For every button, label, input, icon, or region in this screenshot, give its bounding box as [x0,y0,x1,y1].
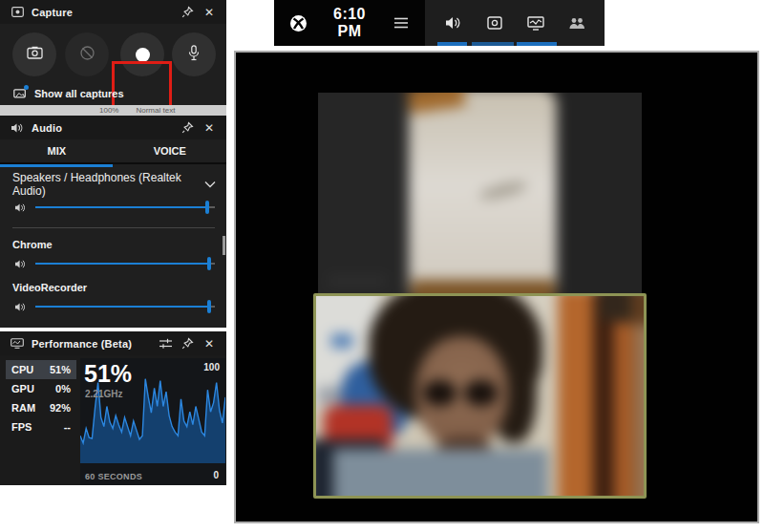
cpu-big-value: 51% [84,360,132,388]
capture-panel-header: Capture ✕ [0,0,226,24]
xbox-logo-icon[interactable] [286,11,310,35]
channel-label-chrome: Chrome [12,239,53,250]
panel-title: Performance (Beta) [32,338,132,350]
metric-value: 51% [50,364,71,375]
capture-icon[interactable] [482,11,507,35]
metric-value: -- [64,421,71,433]
close-icon[interactable]: ✕ [202,336,217,351]
chrome-volume-row [12,256,215,271]
show-all-captures-link[interactable]: Show all captures [12,86,124,101]
close-icon[interactable]: ✕ [202,120,217,136]
scrollbar-thumb[interactable] [223,236,225,255]
tab-voice[interactable]: VOICE [114,139,227,162]
tab-mix[interactable]: MIX [0,139,114,162]
screen-share-blur [318,93,642,296]
performance-metrics-list: CPU 51% GPU 0% RAM 92% FPS -- [6,360,76,436]
panel-title: Capture [32,7,73,18]
volume-icon [12,256,28,271]
chevron-down-icon [202,177,217,192]
background-app-toolbar-strip: 100% Normal text [0,105,226,116]
settings-sliders-icon[interactable] [158,336,173,351]
slider-handle[interactable] [205,201,209,214]
clock-time: 6:10 PM [324,6,375,40]
metric-value: 0% [55,383,71,394]
captures-gallery-icon [12,86,28,101]
pin-icon[interactable] [180,5,195,20]
background-style-value: Normal text [136,106,175,115]
metric-label: FPS [11,421,32,433]
people-icon[interactable] [564,11,589,35]
cpu-clock-speed: 2.21GHz [85,389,122,399]
top-bar-widget-buttons [425,0,605,46]
pin-icon[interactable] [180,336,195,351]
cpu-chart: 51% 2.21GHz 100 0 60 SECONDS [80,358,225,485]
videorecorder-volume-slider[interactable] [35,300,215,313]
active-tab-indicator [0,164,113,167]
camera-icon [27,46,43,63]
slider-handle[interactable] [207,300,211,313]
slashed-circle-icon [79,45,96,65]
performance-widget-icon [10,336,25,351]
audio-widget-icon [10,120,25,136]
volume-icon [12,299,28,314]
metric-value: 92% [50,402,71,414]
video-window [234,51,759,523]
record-last-30s-button [65,32,109,76]
chart-y-min: 0 [213,470,219,480]
widget-menu-icon[interactable] [389,11,414,35]
master-volume-slider[interactable] [35,201,215,214]
capture-widget-active-indicator [472,42,514,46]
record-dot-icon [136,48,150,62]
performance-icon[interactable] [523,11,548,35]
capture-widget-icon [10,5,25,20]
screenshot-button[interactable] [12,32,56,76]
webcam-frame [313,293,647,499]
master-volume-row [12,200,215,215]
performance-widget-active-indicator [517,42,557,46]
performance-panel-header: Performance (Beta) ✕ [0,331,226,355]
capture-buttons-row [0,32,226,76]
chart-y-max: 100 [203,362,220,372]
notification-dot [24,85,29,90]
show-all-captures-label: Show all captures [34,88,124,99]
game-bar-overlay: 6:10 PM Cap [0,0,764,532]
capture-panel: Capture ✕ [0,0,226,105]
metric-row-ram[interactable]: RAM 92% [6,398,76,417]
volume-icon [12,200,28,215]
audio-device-name: Speakers / Headphones (Realtek Audio) [12,171,202,198]
mic-button[interactable] [172,32,216,76]
channel-label-videorecorder: VideoRecorder [12,282,87,293]
videorecorder-volume-row [12,299,215,314]
metric-row-gpu[interactable]: GPU 0% [6,379,76,398]
game-bar-top-bar: 6:10 PM [274,0,605,46]
metric-label: RAM [11,402,35,414]
audio-tabs: MIX VOICE [0,139,226,164]
slider-handle[interactable] [207,257,211,270]
volume-icon[interactable] [441,11,466,35]
webcam-image [316,296,644,496]
audio-panel-header: Audio ✕ [0,116,226,139]
metric-row-fps[interactable]: FPS -- [6,417,76,436]
section-divider [12,227,215,228]
metric-row-cpu[interactable]: CPU 51% [6,360,76,379]
mic-icon [188,45,200,65]
close-icon[interactable]: ✕ [202,5,217,20]
screen-share-image [318,93,642,296]
chrome-volume-slider[interactable] [35,257,215,270]
background-zoom-value: 100% [99,106,118,115]
audio-widget-active-indicator [437,42,467,46]
metric-label: GPU [11,383,34,394]
pin-icon[interactable] [180,120,195,136]
audio-panel: Audio ✕ MIX VOICE Speakers / Headphones … [0,116,226,328]
chart-x-label: 60 SECONDS [85,472,142,481]
performance-panel: Performance (Beta) ✕ CPU 51% GPU 0% RAM … [0,331,226,485]
audio-device-selector[interactable]: Speakers / Headphones (Realtek Audio) [12,173,217,196]
metric-label: CPU [11,364,33,375]
top-bar-left: 6:10 PM [274,0,425,46]
panel-title: Audio [32,122,62,134]
